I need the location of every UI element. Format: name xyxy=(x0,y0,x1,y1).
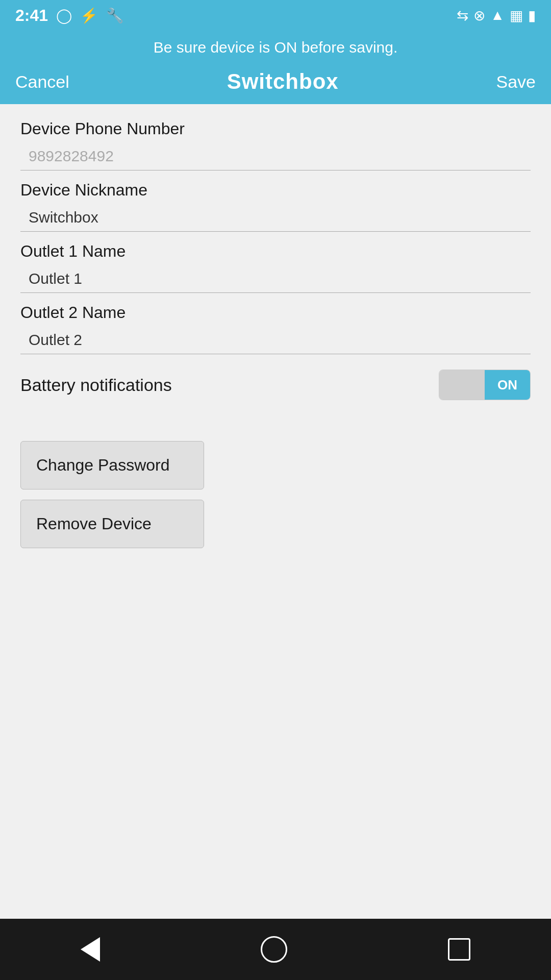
home-nav-button[interactable] xyxy=(261,936,287,963)
minus-circle-icon: ⊗ xyxy=(473,7,485,24)
toggle-on-part: ON xyxy=(485,370,530,400)
main-content: Device Phone Number Device Nickname Outl… xyxy=(0,104,551,919)
outlet2-name-label: Outlet 2 Name xyxy=(20,303,531,322)
outlet1-name-group: Outlet 1 Name xyxy=(20,242,531,293)
device-nickname-group: Device Nickname xyxy=(20,181,531,232)
device-phone-number-group: Device Phone Number xyxy=(20,119,531,170)
battery-icon: ▮ xyxy=(528,7,536,24)
back-icon xyxy=(81,937,100,962)
dji-icon: ⚡ xyxy=(80,7,98,24)
back-nav-button[interactable] xyxy=(81,937,100,962)
home-icon xyxy=(261,936,287,963)
device-phone-number-label: Device Phone Number xyxy=(20,119,531,138)
outlet2-name-group: Outlet 2 Name xyxy=(20,303,531,354)
recent-nav-button[interactable] xyxy=(448,938,470,961)
remove-device-button[interactable]: Remove Device xyxy=(20,500,204,548)
wrench-icon: 🔧 xyxy=(106,7,124,24)
bottom-nav xyxy=(0,919,551,980)
banner: Be sure device is ON before saving. xyxy=(0,31,551,64)
banner-text: Be sure device is ON before saving. xyxy=(154,39,398,56)
battery-notifications-toggle[interactable]: ON xyxy=(439,370,531,400)
outlet2-name-input[interactable] xyxy=(20,326,531,354)
app-title: Switchbox xyxy=(227,69,339,94)
action-buttons: Change Password Remove Device xyxy=(20,441,531,548)
top-nav: Cancel Switchbox Save xyxy=(0,64,551,104)
status-icons: ⇆ ⊗ ▲ ▦ ▮ xyxy=(457,7,536,24)
change-password-button[interactable]: Change Password xyxy=(20,441,204,489)
toggle-off-part xyxy=(439,370,485,400)
signal-icon: ▦ xyxy=(510,7,523,24)
toggle-on-label: ON xyxy=(497,377,517,393)
device-phone-number-input[interactable] xyxy=(20,142,531,170)
status-bar: 2:41 ◯ ⚡ 🔧 ⇆ ⊗ ▲ ▦ ▮ xyxy=(0,0,551,31)
outlet1-name-input[interactable] xyxy=(20,265,531,293)
wifi-icon: ▲ xyxy=(490,7,505,23)
cancel-button[interactable]: Cancel xyxy=(15,72,69,92)
status-left: 2:41 ◯ ⚡ 🔧 xyxy=(15,6,124,25)
battery-notifications-label: Battery notifications xyxy=(20,375,172,395)
device-nickname-label: Device Nickname xyxy=(20,181,531,200)
vibrate-icon: ⇆ xyxy=(457,7,468,24)
battery-notifications-row: Battery notifications ON xyxy=(20,370,531,400)
device-nickname-input[interactable] xyxy=(20,204,531,232)
status-time: 2:41 xyxy=(15,6,48,25)
recent-icon xyxy=(448,938,470,961)
circle-icon: ◯ xyxy=(56,7,72,24)
outlet1-name-label: Outlet 1 Name xyxy=(20,242,531,261)
save-button[interactable]: Save xyxy=(496,72,536,92)
